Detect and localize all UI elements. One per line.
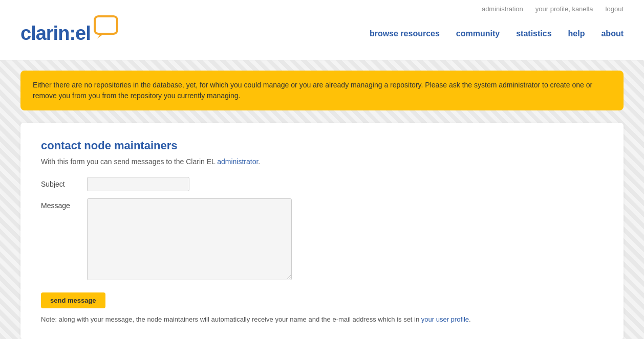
- administration-link[interactable]: administration: [482, 5, 523, 13]
- note-prefix: Note: along with your message, the node …: [41, 315, 421, 323]
- section-title: contact node maintainers: [41, 139, 603, 152]
- logo-text: clarin:el: [20, 22, 91, 44]
- subject-input[interactable]: [87, 177, 189, 191]
- desc-prefix: With this form you can send messages to …: [41, 157, 217, 166]
- section-description: With this form you can send messages to …: [41, 157, 603, 166]
- contact-form-card: contact node maintainers With this form …: [20, 123, 624, 339]
- header-top: administration your profile, kanella log…: [20, 0, 624, 15]
- nav-about[interactable]: about: [601, 29, 624, 38]
- administrator-link[interactable]: administrator: [217, 157, 258, 166]
- your-profile-link[interactable]: your profile, kanella: [535, 5, 593, 13]
- main-nav: browse resources community statistics he…: [370, 29, 624, 38]
- message-row: Message: [41, 198, 603, 280]
- send-message-button[interactable]: send message: [41, 292, 105, 308]
- header-main: clarin:el browse resources community sta…: [20, 15, 624, 60]
- logo-bubble-icon: [93, 15, 119, 41]
- message-textarea[interactable]: [87, 198, 292, 280]
- header: administration your profile, kanella log…: [0, 0, 644, 60]
- note-text: Note: along with your message, the node …: [41, 315, 603, 323]
- subject-label: Subject: [41, 177, 87, 188]
- nav-help[interactable]: help: [568, 29, 585, 38]
- message-label: Message: [41, 198, 87, 210]
- svg-rect-0: [95, 16, 117, 34]
- note-suffix: .: [469, 315, 471, 323]
- user-profile-link[interactable]: your user profile: [421, 315, 469, 323]
- subject-row: Subject: [41, 177, 603, 191]
- page-background: Either there are no repositories in the …: [0, 60, 644, 339]
- alert-message: Either there are no repositories in the …: [33, 81, 592, 100]
- logo: clarin:el: [20, 15, 119, 52]
- desc-suffix: .: [258, 157, 260, 166]
- logout-link[interactable]: logout: [606, 5, 624, 13]
- alert-warning: Either there are no repositories in the …: [20, 71, 624, 110]
- nav-browse-resources[interactable]: browse resources: [370, 29, 440, 38]
- nav-statistics[interactable]: statistics: [516, 29, 551, 38]
- nav-community[interactable]: community: [456, 29, 500, 38]
